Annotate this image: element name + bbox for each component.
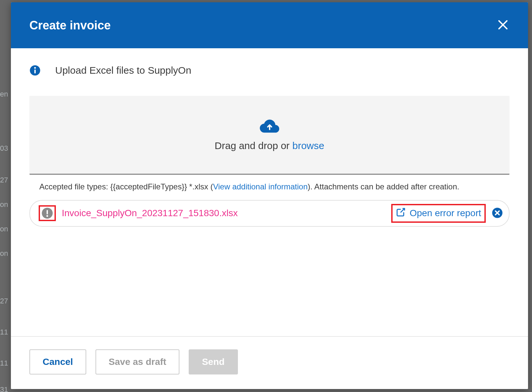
bg-fragment: 27 xyxy=(0,176,11,184)
bg-fragment: on xyxy=(0,200,11,209)
browse-link[interactable]: browse xyxy=(292,140,324,151)
svg-rect-6 xyxy=(47,210,48,215)
modal-footer: Cancel Save as draft Send xyxy=(11,336,528,389)
create-invoice-modal: Create invoice Upload Excel files to Sup… xyxy=(11,2,528,389)
error-status-icon xyxy=(41,207,53,219)
file-row-actions: Open error report xyxy=(391,204,503,223)
upload-cloud-icon xyxy=(259,118,280,133)
highlight-error-icon xyxy=(39,205,56,221)
info-row: Upload Excel files to SupplyOn xyxy=(29,65,510,76)
external-link-icon xyxy=(396,207,406,219)
modal-title: Create invoice xyxy=(29,19,111,32)
uploaded-file-name: Invoice_SupplyOn_20231127_151830.xlsx xyxy=(62,208,385,218)
svg-rect-3 xyxy=(34,69,36,73)
bg-fragment: en xyxy=(0,90,11,98)
accepted-types-text: Accepted file types: {{acceptedFileTypes… xyxy=(29,175,510,200)
remove-file-button[interactable] xyxy=(492,207,503,219)
bg-fragment: 03 xyxy=(0,144,11,153)
close-button[interactable] xyxy=(495,17,511,34)
cancel-button[interactable]: Cancel xyxy=(29,349,86,374)
svg-point-7 xyxy=(46,215,48,217)
modal-header: Create invoice xyxy=(11,2,528,48)
bg-fragment: 31 xyxy=(0,385,11,392)
save-as-draft-button[interactable]: Save as draft xyxy=(95,349,179,374)
send-button[interactable]: Send xyxy=(189,349,238,374)
bg-fragment: 11 xyxy=(0,359,11,368)
info-icon xyxy=(29,65,41,76)
bg-fragment: 11 xyxy=(0,328,11,336)
remove-icon xyxy=(492,207,503,219)
open-error-report-link[interactable]: Open error report xyxy=(394,206,483,221)
info-text: Upload Excel files to SupplyOn xyxy=(55,65,191,76)
bg-fragment: on xyxy=(0,249,11,258)
accepted-prefix: Accepted file types: {{acceptedFileTypes… xyxy=(39,182,213,191)
bg-fragment: on xyxy=(0,225,11,233)
open-error-report-label: Open error report xyxy=(410,208,481,218)
file-dropzone[interactable]: Drag and drop or browse xyxy=(29,96,510,175)
bg-fragment: 27 xyxy=(0,297,11,305)
uploaded-file-row: Invoice_SupplyOn_20231127_151830.xlsx Op… xyxy=(29,200,510,227)
highlight-error-report: Open error report xyxy=(391,204,486,223)
modal-body: Upload Excel files to SupplyOn Drag and … xyxy=(11,48,528,336)
view-additional-info-link[interactable]: View additional information xyxy=(213,182,308,191)
close-icon xyxy=(497,19,509,32)
dropzone-text: Drag and drop or browse xyxy=(36,140,503,151)
accepted-suffix: ). Attachments can be added after creati… xyxy=(308,182,459,191)
svg-point-4 xyxy=(34,67,36,69)
dropzone-prefix: Drag and drop or xyxy=(215,140,292,151)
